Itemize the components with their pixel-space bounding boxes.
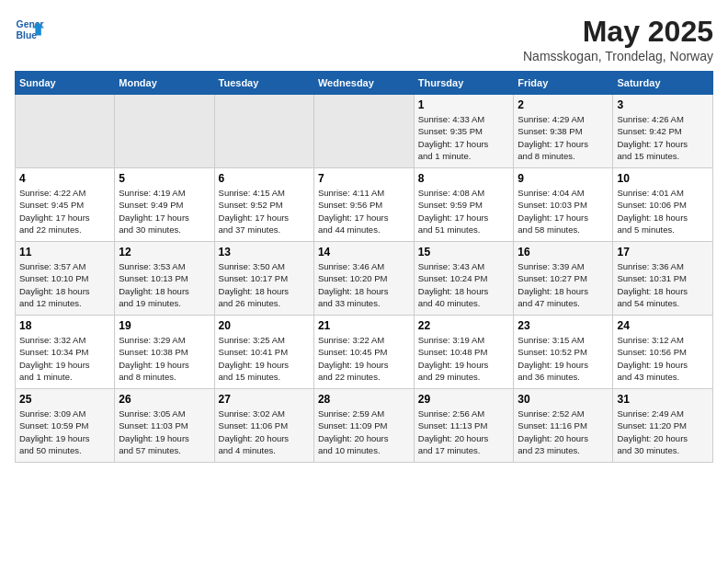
calendar-cell: 25Sunrise: 3:09 AMSunset: 10:59 PMDaylig…	[16, 389, 115, 463]
day-number: 27	[219, 393, 310, 406]
calendar-week-1: 1Sunrise: 4:33 AMSunset: 9:35 PMDaylight…	[16, 95, 713, 168]
day-info: Sunrise: 3:22 AMSunset: 10:45 PMDaylight…	[318, 334, 410, 383]
header-day-thursday: Thursday	[414, 72, 514, 95]
header-day-friday: Friday	[514, 72, 613, 95]
day-info: Sunrise: 4:29 AMSunset: 9:38 PMDaylight:…	[518, 113, 609, 162]
title-area: May 2025 Namsskogan, Trondelag, Norway	[523, 15, 713, 63]
calendar-cell: 20Sunrise: 3:25 AMSunset: 10:41 PMDaylig…	[214, 316, 313, 389]
calendar-cell: 27Sunrise: 3:02 AMSunset: 11:06 PMDaylig…	[214, 389, 313, 463]
calendar-cell: 17Sunrise: 3:36 AMSunset: 10:31 PMDaylig…	[613, 242, 713, 316]
day-info: Sunrise: 3:15 AMSunset: 10:52 PMDaylight…	[518, 334, 609, 383]
day-number: 3	[617, 98, 709, 111]
calendar-week-4: 18Sunrise: 3:32 AMSunset: 10:34 PMDaylig…	[16, 316, 713, 389]
subtitle: Namsskogan, Trondelag, Norway	[523, 49, 713, 63]
day-info: Sunrise: 3:46 AMSunset: 10:20 PMDaylight…	[318, 260, 410, 309]
day-number: 19	[119, 319, 210, 332]
calendar-cell: 16Sunrise: 3:39 AMSunset: 10:27 PMDaylig…	[514, 242, 613, 316]
header: General Blue May 2025 Namsskogan, Tronde…	[15, 15, 713, 63]
header-day-monday: Monday	[115, 72, 214, 95]
day-info: Sunrise: 2:56 AMSunset: 11:13 PMDaylight…	[418, 408, 510, 456]
day-info: Sunrise: 2:52 AMSunset: 11:16 PMDaylight…	[518, 408, 609, 456]
calendar-header-row: SundayMondayTuesdayWednesdayThursdayFrid…	[16, 72, 713, 95]
calendar-cell	[16, 95, 115, 168]
day-info: Sunrise: 2:49 AMSunset: 11:20 PMDaylight…	[617, 408, 709, 456]
day-number: 23	[518, 319, 609, 332]
day-info: Sunrise: 3:43 AMSunset: 10:24 PMDaylight…	[418, 260, 510, 309]
calendar-cell: 10Sunrise: 4:01 AMSunset: 10:06 PMDaylig…	[613, 168, 713, 242]
day-number: 12	[119, 246, 210, 259]
day-number: 13	[219, 246, 310, 259]
logo-icon: General Blue	[15, 15, 44, 44]
day-info: Sunrise: 3:09 AMSunset: 10:59 PMDaylight…	[19, 408, 110, 456]
day-info: Sunrise: 3:39 AMSunset: 10:27 PMDaylight…	[518, 260, 609, 309]
day-info: Sunrise: 3:02 AMSunset: 11:06 PMDaylight…	[219, 408, 310, 456]
calendar-cell: 18Sunrise: 3:32 AMSunset: 10:34 PMDaylig…	[16, 316, 115, 389]
calendar-week-5: 25Sunrise: 3:09 AMSunset: 10:59 PMDaylig…	[16, 389, 713, 463]
calendar-cell: 22Sunrise: 3:19 AMSunset: 10:48 PMDaylig…	[414, 316, 514, 389]
day-number: 26	[119, 393, 210, 406]
calendar-cell: 15Sunrise: 3:43 AMSunset: 10:24 PMDaylig…	[414, 242, 514, 316]
day-number: 25	[19, 393, 110, 406]
calendar-week-2: 4Sunrise: 4:22 AMSunset: 9:45 PMDaylight…	[16, 168, 713, 242]
calendar-cell	[115, 95, 214, 168]
day-info: Sunrise: 4:15 AMSunset: 9:52 PMDaylight:…	[219, 187, 310, 236]
calendar-cell: 5Sunrise: 4:19 AMSunset: 9:49 PMDaylight…	[115, 168, 214, 242]
header-day-tuesday: Tuesday	[214, 72, 313, 95]
day-info: Sunrise: 4:26 AMSunset: 9:42 PMDaylight:…	[617, 113, 709, 162]
day-number: 4	[19, 172, 110, 185]
day-number: 7	[318, 172, 410, 185]
svg-text:Blue: Blue	[17, 30, 38, 40]
calendar-week-3: 11Sunrise: 3:57 AMSunset: 10:10 PMDaylig…	[16, 242, 713, 316]
day-number: 29	[418, 393, 510, 406]
calendar-cell: 4Sunrise: 4:22 AMSunset: 9:45 PMDaylight…	[16, 168, 115, 242]
calendar-cell: 3Sunrise: 4:26 AMSunset: 9:42 PMDaylight…	[613, 95, 713, 168]
day-number: 10	[617, 172, 709, 185]
day-info: Sunrise: 3:36 AMSunset: 10:31 PMDaylight…	[617, 260, 709, 309]
day-info: Sunrise: 4:11 AMSunset: 9:56 PMDaylight:…	[318, 187, 410, 236]
calendar-cell: 30Sunrise: 2:52 AMSunset: 11:16 PMDaylig…	[514, 389, 613, 463]
day-number: 16	[518, 246, 609, 259]
day-number: 14	[318, 246, 410, 259]
calendar-cell: 2Sunrise: 4:29 AMSunset: 9:38 PMDaylight…	[514, 95, 613, 168]
day-number: 20	[219, 319, 310, 332]
day-info: Sunrise: 3:50 AMSunset: 10:17 PMDaylight…	[219, 260, 310, 309]
header-day-wednesday: Wednesday	[313, 72, 414, 95]
day-number: 22	[418, 319, 510, 332]
day-number: 21	[318, 319, 410, 332]
calendar-cell: 8Sunrise: 4:08 AMSunset: 9:59 PMDaylight…	[414, 168, 514, 242]
calendar-body: 1Sunrise: 4:33 AMSunset: 9:35 PMDaylight…	[16, 95, 713, 463]
day-number: 31	[617, 393, 709, 406]
day-info: Sunrise: 3:12 AMSunset: 10:56 PMDaylight…	[617, 334, 709, 383]
day-info: Sunrise: 3:29 AMSunset: 10:38 PMDaylight…	[119, 334, 210, 383]
day-info: Sunrise: 3:19 AMSunset: 10:48 PMDaylight…	[418, 334, 510, 383]
day-info: Sunrise: 4:22 AMSunset: 9:45 PMDaylight:…	[19, 187, 110, 236]
calendar-cell: 9Sunrise: 4:04 AMSunset: 10:03 PMDayligh…	[514, 168, 613, 242]
day-number: 2	[518, 98, 609, 111]
day-info: Sunrise: 3:57 AMSunset: 10:10 PMDaylight…	[19, 260, 110, 309]
calendar-cell: 23Sunrise: 3:15 AMSunset: 10:52 PMDaylig…	[514, 316, 613, 389]
day-info: Sunrise: 3:05 AMSunset: 11:03 PMDaylight…	[119, 408, 210, 456]
calendar-cell: 28Sunrise: 2:59 AMSunset: 11:09 PMDaylig…	[313, 389, 414, 463]
calendar-cell: 7Sunrise: 4:11 AMSunset: 9:56 PMDaylight…	[313, 168, 414, 242]
calendar-cell: 24Sunrise: 3:12 AMSunset: 10:56 PMDaylig…	[613, 316, 713, 389]
day-info: Sunrise: 3:53 AMSunset: 10:13 PMDaylight…	[119, 260, 210, 309]
calendar-cell: 29Sunrise: 2:56 AMSunset: 11:13 PMDaylig…	[414, 389, 514, 463]
day-info: Sunrise: 3:32 AMSunset: 10:34 PMDaylight…	[19, 334, 110, 383]
calendar-cell	[313, 95, 414, 168]
calendar-cell: 19Sunrise: 3:29 AMSunset: 10:38 PMDaylig…	[115, 316, 214, 389]
day-number: 24	[617, 319, 709, 332]
day-info: Sunrise: 3:25 AMSunset: 10:41 PMDaylight…	[219, 334, 310, 383]
calendar-cell: 12Sunrise: 3:53 AMSunset: 10:13 PMDaylig…	[115, 242, 214, 316]
day-info: Sunrise: 4:19 AMSunset: 9:49 PMDaylight:…	[119, 187, 210, 236]
day-number: 8	[418, 172, 510, 185]
day-number: 17	[617, 246, 709, 259]
day-info: Sunrise: 4:33 AMSunset: 9:35 PMDaylight:…	[418, 113, 510, 162]
calendar-cell: 26Sunrise: 3:05 AMSunset: 11:03 PMDaylig…	[115, 389, 214, 463]
day-number: 15	[418, 246, 510, 259]
day-info: Sunrise: 2:59 AMSunset: 11:09 PMDaylight…	[318, 408, 410, 456]
day-number: 18	[19, 319, 110, 332]
day-number: 1	[418, 98, 510, 111]
day-info: Sunrise: 4:08 AMSunset: 9:59 PMDaylight:…	[418, 187, 510, 236]
calendar-cell: 21Sunrise: 3:22 AMSunset: 10:45 PMDaylig…	[313, 316, 414, 389]
day-number: 30	[518, 393, 609, 406]
